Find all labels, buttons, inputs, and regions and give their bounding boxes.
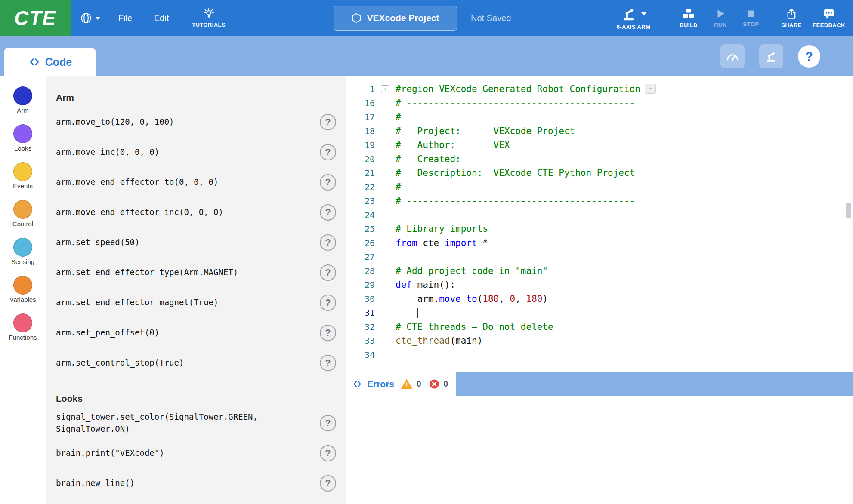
menu-edit[interactable]: Edit: [146, 0, 176, 36]
editor-scrollbar[interactable]: [846, 203, 851, 218]
command-text[interactable]: arm.set_pen_offset(0): [56, 327, 159, 339]
category-dot[interactable]: [13, 124, 32, 143]
fold-gutter: [375, 208, 396, 222]
command-text[interactable]: brain.new_line(): [56, 477, 135, 489]
command-item[interactable]: arm.move_to(120, 0, 100)?: [46, 107, 346, 137]
command-help-button[interactable]: ?: [320, 415, 336, 431]
fold-gutter: [375, 110, 396, 124]
folded-region-marker[interactable]: ⋯: [645, 84, 656, 94]
play-icon: [715, 8, 726, 19]
code-line: 30 arm.move_to(180, 0, 180): [346, 292, 853, 306]
errors-tab-label: Errors: [367, 379, 394, 389]
robot-arm-icon: [764, 50, 778, 63]
category-dot[interactable]: [13, 238, 32, 257]
command-help-button[interactable]: ?: [320, 234, 336, 251]
command-text[interactable]: brain.print("VEXcode"): [56, 447, 164, 459]
category-dot[interactable]: [13, 276, 32, 295]
line-number: 22: [346, 180, 375, 194]
category-dot[interactable]: [13, 86, 32, 105]
category-functions[interactable]: Functions: [0, 313, 46, 351]
code-line: 31: [346, 306, 853, 320]
command-text[interactable]: arm.set_control_stop(True): [56, 357, 184, 369]
category-label: Variables: [9, 296, 36, 303]
command-help-button[interactable]: ?: [320, 264, 336, 281]
code-text: # --------------------------------------…: [396, 194, 635, 208]
gauge-icon: [725, 50, 740, 63]
robot-config-button[interactable]: [759, 44, 783, 68]
editor-pane[interactable]: 1+#region VEXcode Generated Robot Config…: [346, 76, 853, 504]
command-help-button[interactable]: ?: [320, 144, 336, 160]
cte-logo: CTE: [0, 0, 71, 36]
category-variables[interactable]: Variables: [0, 276, 46, 313]
category-sensing[interactable]: Sensing: [0, 238, 46, 276]
category-arm[interactable]: Arm: [0, 86, 46, 124]
language-menu[interactable]: [76, 0, 104, 36]
command-text[interactable]: arm.set_end_effector_type(Arm.MAGNET): [56, 267, 238, 279]
build-blocks-icon: [682, 8, 695, 20]
fold-gutter: [375, 334, 396, 348]
command-help-button[interactable]: ?: [320, 295, 336, 311]
command-text[interactable]: arm.move_to(120, 0, 100): [56, 116, 174, 128]
speech-bubble-icon: [823, 8, 835, 20]
command-help-button[interactable]: ?: [320, 114, 336, 130]
device-selector[interactable]: 6-AXIS ARM: [604, 0, 663, 36]
command-text[interactable]: arm.set_speed(50): [56, 237, 139, 249]
fold-gutter: [375, 96, 396, 111]
tab-code[interactable]: Code: [4, 48, 96, 76]
code-line: 32# CTE threads — Do not delete: [346, 320, 853, 334]
stop-button[interactable]: STOP: [739, 0, 763, 36]
command-item[interactable]: arm.set_end_effector_type(Arm.MAGNET)?: [46, 258, 346, 288]
code-text: #: [396, 110, 401, 124]
monitor-dashboard-button[interactable]: [720, 44, 745, 68]
warning-count: 0: [417, 379, 421, 389]
section-gap: [46, 378, 346, 387]
command-item[interactable]: arm.move_end_effector_inc(0, 0, 0)?: [46, 197, 346, 227]
code-text: # Add project code in "main": [396, 264, 548, 278]
project-title-box[interactable]: VEXcode Project: [334, 6, 457, 31]
category-control[interactable]: Control: [0, 200, 46, 238]
tutorials-label: TUTORIALS: [192, 22, 226, 28]
code-text: # CTE threads — Do not delete: [396, 320, 553, 334]
command-text[interactable]: arm.move_end_effector_to(0, 0, 0): [56, 176, 219, 188]
code-text: # Created:: [396, 152, 461, 166]
line-number: 23: [346, 194, 375, 208]
command-item[interactable]: arm.set_end_effector_magnet(True)?: [46, 288, 346, 318]
command-item[interactable]: arm.set_control_stop(True)?: [46, 348, 346, 378]
command-help-button[interactable]: ?: [320, 445, 336, 461]
command-item[interactable]: brain.print("VEXcode")?: [46, 438, 346, 468]
feedback-button[interactable]: FEEDBACK: [811, 0, 847, 36]
tutorials-button[interactable]: TUTORIALS: [185, 0, 232, 36]
run-button[interactable]: RUN: [708, 0, 732, 36]
category-dot[interactable]: [13, 313, 32, 332]
command-help-button[interactable]: ?: [320, 204, 336, 221]
command-help-button[interactable]: ?: [320, 475, 336, 492]
command-text[interactable]: arm.move_end_effector_inc(0, 0, 0): [56, 206, 223, 218]
chevron-down-icon: [95, 17, 100, 20]
command-item[interactable]: arm.move_inc(0, 0, 0)?: [46, 137, 346, 167]
fold-toggle[interactable]: +: [381, 85, 389, 93]
share-button[interactable]: SHARE: [777, 0, 806, 36]
category-dot[interactable]: [13, 200, 32, 219]
command-item[interactable]: arm.set_pen_offset(0)?: [46, 318, 346, 348]
command-help-button[interactable]: ?: [320, 325, 336, 341]
category-looks[interactable]: Looks: [0, 124, 46, 162]
tab-errors[interactable]: Errors 0 0: [346, 372, 456, 396]
command-help-button[interactable]: ?: [320, 174, 336, 191]
command-item[interactable]: brain.new_line()?: [46, 468, 346, 498]
command-help-button[interactable]: ?: [320, 355, 336, 371]
category-dot[interactable]: [13, 162, 32, 181]
command-item[interactable]: arm.set_speed(50)?: [46, 227, 346, 258]
help-button[interactable]: ?: [798, 45, 820, 68]
menu-file[interactable]: File: [110, 0, 140, 36]
category-events[interactable]: Events: [0, 162, 46, 200]
build-button[interactable]: BUILD: [675, 0, 702, 36]
code-lines[interactable]: 1+#region VEXcode Generated Robot Config…: [346, 76, 853, 372]
command-text[interactable]: arm.set_end_effector_magnet(True): [56, 297, 219, 309]
line-number: 32: [346, 320, 375, 334]
line-number: 33: [346, 334, 375, 348]
command-text[interactable]: signal_tower.set_color(SignalTower.GREEN…: [56, 411, 297, 435]
command-item[interactable]: signal_tower.set_color(SignalTower.GREEN…: [46, 408, 346, 438]
command-item[interactable]: arm.move_end_effector_to(0, 0, 0)?: [46, 167, 346, 197]
code-text: #: [396, 180, 401, 194]
command-text[interactable]: arm.move_inc(0, 0, 0): [56, 146, 159, 158]
